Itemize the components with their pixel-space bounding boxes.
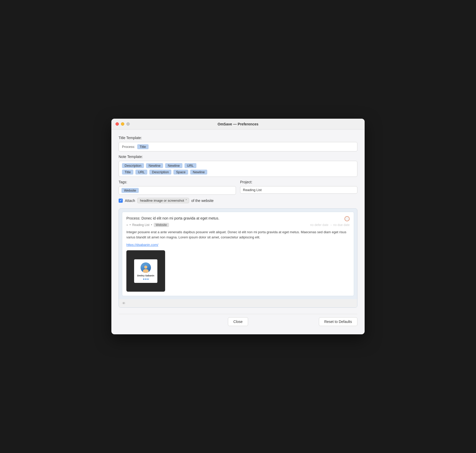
newline-token-3[interactable]: Newline [190, 170, 207, 175]
preview-link[interactable]: https://dsabanin.com/ [126, 243, 350, 247]
preview-meta-row: ≡ • Reading List • Website no defer date… [126, 223, 350, 227]
project-value: Reading List [243, 188, 262, 192]
project-section: Project: Reading List [240, 180, 357, 195]
space-token[interactable]: Space [173, 170, 188, 175]
maximize-window-button [126, 122, 130, 126]
meta-bullet-2: • [151, 223, 152, 227]
note-template-section: Note Template: Description Newline Newli… [119, 155, 357, 177]
newline-token-1[interactable]: Newline [146, 163, 163, 168]
chevron-down-icon: ⌃ [185, 199, 187, 202]
description-token-1[interactable]: Description [122, 163, 144, 168]
preview-title-row: Process: Donec id elit non mi porta grav… [126, 216, 350, 221]
tags-section: Tags: Website [119, 180, 236, 195]
preview-meta-dates: no defer date → no due date [310, 223, 350, 227]
tags-project-row: Tags: Website Project: Reading List [119, 180, 357, 195]
project-label: Project: [240, 180, 357, 184]
meta-bullet: • [129, 223, 130, 227]
note-row-1: Description Newline Newline URL [122, 163, 354, 168]
preview-image: Dmitry Sabanin [126, 250, 165, 292]
title-template-row: Process: Title [119, 142, 357, 152]
footer-buttons: Close Reset to Defaults [119, 316, 357, 328]
titlebar: OmSave — Preferences [111, 119, 365, 130]
preferences-window: OmSave — Preferences Title Template: Pro… [111, 119, 365, 334]
avatar [141, 262, 151, 273]
process-label: Process: [122, 145, 135, 149]
attach-label: Attach [125, 199, 135, 203]
avatar-inner [141, 262, 151, 273]
url-token-1[interactable]: URL [185, 163, 196, 168]
title-template-label: Title Template: [119, 136, 357, 140]
traffic-lights [116, 122, 130, 126]
note-template-label: Note Template: [119, 155, 357, 159]
minimize-window-button[interactable] [121, 122, 124, 126]
close-window-button[interactable] [116, 122, 119, 126]
newline-token-2[interactable]: Newline [165, 163, 182, 168]
preview-container: Process: Donec id elit non mi porta grav… [119, 208, 357, 308]
preview-image-inner: Dmitry Sabanin [134, 259, 157, 283]
footer-divider [119, 314, 357, 314]
social-dot-3 [147, 278, 149, 280]
project-input[interactable]: Reading List [240, 186, 357, 194]
eye-icon: 👁 [122, 301, 126, 305]
tags-input[interactable]: Website [119, 186, 236, 195]
preview-meta-tag: Website [154, 223, 169, 227]
preview-meta-list: Reading List [132, 223, 150, 227]
social-links [143, 278, 149, 280]
attach-row: Attach headline image or screenshot ⌃ of… [119, 198, 357, 203]
person-body [143, 269, 149, 273]
website-tag-token[interactable]: Website [121, 188, 139, 193]
close-button[interactable]: Close [228, 317, 248, 326]
preferences-content: Title Template: Process: Title Note Temp… [111, 130, 365, 334]
preview-body-text: Integer posuere erat a ante venenatis da… [126, 230, 350, 240]
note-template-container: Description Newline Newline URL Title UR… [119, 161, 357, 177]
title-token[interactable]: Title [137, 144, 149, 149]
social-dot-1 [143, 278, 144, 280]
attach-select[interactable]: headline image or screenshot ⌃ [137, 198, 189, 203]
note-row-2: Title URL Description Space Newline [122, 170, 354, 175]
preview-title-text: Process: Donec id elit non mi porta grav… [126, 216, 219, 220]
tags-label: Tags: [119, 180, 236, 184]
reset-to-defaults-button[interactable]: Reset to Defaults [319, 317, 357, 326]
preview-footer: 👁 [119, 299, 357, 307]
preview-person-name: Dmitry Sabanin [137, 274, 154, 277]
attach-checkbox[interactable] [119, 199, 123, 203]
social-dot-2 [145, 278, 147, 280]
title-token-2[interactable]: Title [122, 170, 133, 175]
preview-radio-button[interactable] [344, 216, 350, 221]
title-template-section: Title Template: Process: Title [119, 136, 357, 152]
description-token-2[interactable]: Description [149, 170, 171, 175]
url-token-2[interactable]: URL [135, 170, 147, 175]
window-title: OmSave — Preferences [218, 122, 258, 126]
person-head [144, 266, 147, 269]
attach-suffix: of the website [191, 199, 213, 203]
avatar-person [142, 266, 149, 273]
preview-inner: Process: Donec id elit non mi porta grav… [122, 212, 354, 296]
list-icon: ≡ [126, 223, 128, 226]
attach-select-value: headline image or screenshot [140, 199, 184, 202]
